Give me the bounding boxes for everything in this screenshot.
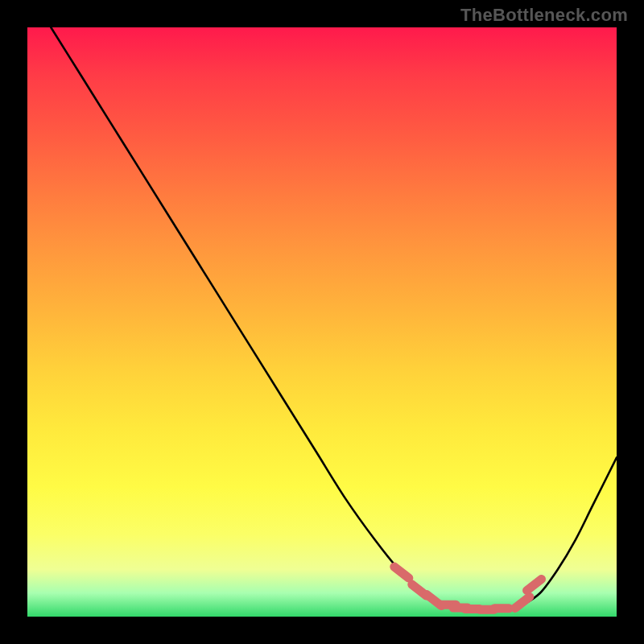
highlight-dot [394,567,409,578]
highlight-dot [527,579,542,590]
highlight-dot [515,597,530,608]
main-curve [51,27,617,611]
highlight-dots [394,567,542,609]
curve-svg [27,27,617,617]
attribution-text: TheBottleneck.com [460,5,628,26]
chart-frame: TheBottleneck.com [0,0,644,644]
plot-area [27,27,617,617]
